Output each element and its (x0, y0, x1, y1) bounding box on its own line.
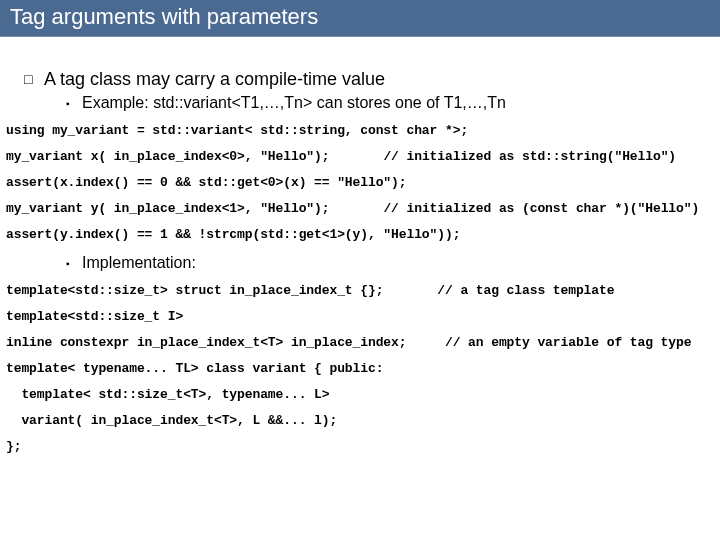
code-line: assert(x.index() == 0 && std::get<0>(x) … (6, 175, 406, 190)
code-line: inline constexpr in_place_index_t<T> in_… (6, 335, 406, 350)
code-line: }; (6, 439, 21, 454)
code-line: variant( in_place_index_t<T>, L &&... l)… (6, 413, 337, 428)
bullet-level2: Implementation: (82, 254, 720, 272)
code-line: template< typename... TL> class variant … (6, 361, 383, 376)
bullet-text: A tag class may carry a compile-time val… (44, 69, 385, 89)
bullet-text: Implementation: (82, 254, 196, 271)
code-comment: // a tag class template (437, 283, 614, 298)
code-line: template<std::size_t> struct in_place_in… (6, 283, 383, 298)
code-line: template<std::size_t I> (6, 309, 183, 324)
bullet-level2: Example: std::variant<T1,…,Tn> can store… (82, 94, 720, 112)
slide-title: Tag arguments with parameters (10, 4, 318, 29)
code-line: using my_variant = std::variant< std::st… (6, 123, 468, 138)
slide-content: A tag class may carry a compile-time val… (0, 37, 720, 460)
slide-title-bar: Tag arguments with parameters (0, 0, 720, 37)
code-line: my_variant x( in_place_index<0>, "Hello"… (6, 149, 329, 164)
code-comment: // initialized as (const char *)("Hello"… (383, 201, 699, 216)
code-line: template< std::size_t<T>, typename... L> (6, 387, 329, 402)
bullet-level1: A tag class may carry a compile-time val… (44, 69, 720, 90)
bullet-text: Example: std::variant<T1,…,Tn> can store… (82, 94, 506, 111)
code-block-example: using my_variant = std::variant< std::st… (6, 118, 714, 248)
slide: Tag arguments with parameters A tag clas… (0, 0, 720, 540)
code-line: assert(y.index() == 1 && !strcmp(std::ge… (6, 227, 460, 242)
code-block-impl: template<std::size_t> struct in_place_in… (6, 278, 714, 460)
code-line: my_variant y( in_place_index<1>, "Hello"… (6, 201, 329, 216)
code-comment: // an empty variable of tag type (445, 335, 691, 350)
code-comment: // initialized as std::string("Hello") (383, 149, 676, 164)
